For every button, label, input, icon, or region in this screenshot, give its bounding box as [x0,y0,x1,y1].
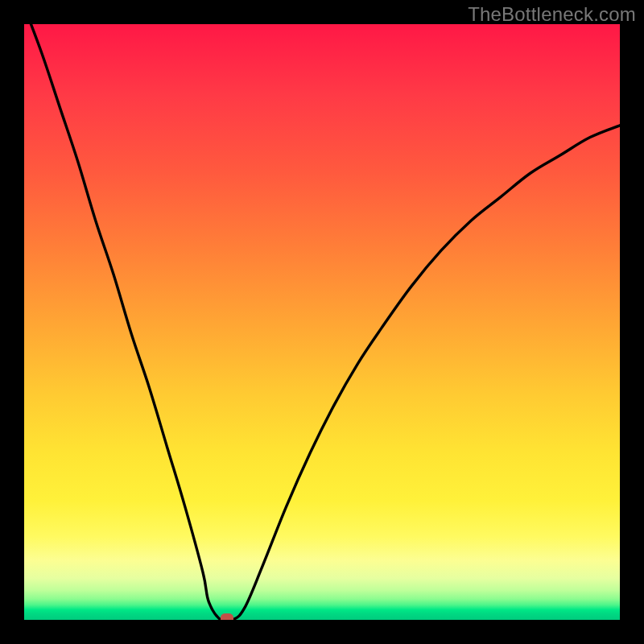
optimal-point-marker [221,613,233,620]
chart-frame: TheBottleneck.com [0,0,644,644]
curve-layer [24,24,620,620]
plot-area [24,24,620,620]
bottleneck-curve [24,24,620,620]
watermark-text: TheBottleneck.com [468,3,636,26]
